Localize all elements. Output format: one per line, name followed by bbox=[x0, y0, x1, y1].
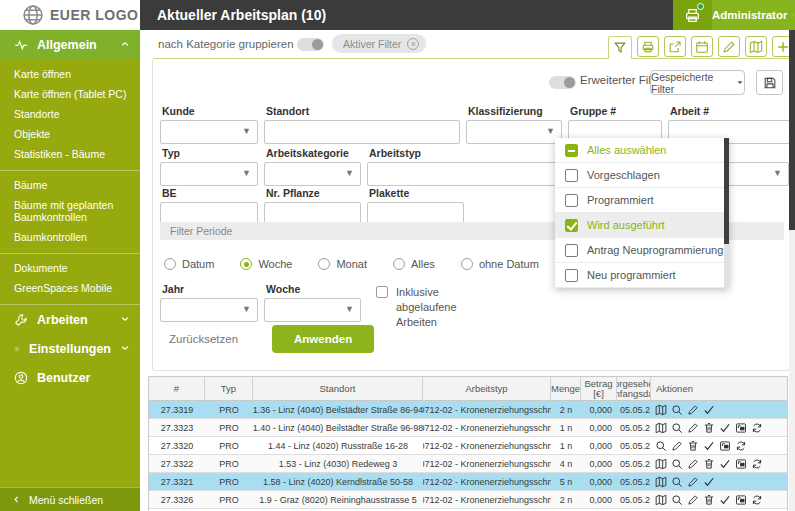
radio-ohne-datum[interactable]: ohne Datum bbox=[461, 258, 539, 270]
sidebar-item-baumkontrollen[interactable]: Baumkontrollen bbox=[0, 227, 140, 247]
sidebar-section-allgemein[interactable]: Allgemein bbox=[0, 30, 140, 60]
edit-icon[interactable] bbox=[687, 404, 699, 416]
edit-icon[interactable] bbox=[687, 494, 699, 506]
map-icon[interactable] bbox=[655, 458, 667, 470]
dropdown-option-programmiert[interactable]: Programmiert bbox=[555, 188, 729, 213]
edit-button[interactable] bbox=[718, 36, 740, 57]
active-filter-chip[interactable]: Aktiver Filter × bbox=[332, 34, 426, 53]
delete-icon[interactable] bbox=[703, 494, 715, 506]
reset-button[interactable]: Zurücksetzen bbox=[169, 333, 238, 345]
window-icon[interactable] bbox=[719, 440, 731, 452]
check-icon[interactable] bbox=[719, 458, 731, 470]
advanced-filter-toggle[interactable] bbox=[549, 76, 576, 89]
woche-select[interactable]: ▼ bbox=[264, 298, 361, 322]
sync-icon[interactable] bbox=[751, 422, 763, 434]
edit-icon[interactable] bbox=[687, 458, 699, 470]
map-icon[interactable] bbox=[655, 476, 667, 488]
sidebar-section-arbeiten[interactable]: Arbeiten bbox=[0, 305, 140, 334]
radio-monat[interactable]: Monat bbox=[318, 258, 367, 270]
window-icon[interactable] bbox=[735, 422, 747, 434]
edit-icon[interactable] bbox=[687, 422, 699, 434]
table-row[interactable]: 27.3326PRO1.9 - Graz (8020) Reininghauss… bbox=[149, 491, 787, 509]
search-icon[interactable] bbox=[671, 458, 683, 470]
radio-button[interactable] bbox=[461, 258, 473, 270]
radio-button[interactable] bbox=[318, 258, 330, 270]
map-button[interactable] bbox=[745, 36, 767, 57]
table-row[interactable]: 27.3321PRO1.58 - Linz (4020) Kerndlstraß… bbox=[149, 473, 787, 491]
radio-button[interactable] bbox=[240, 258, 252, 270]
window-icon[interactable] bbox=[735, 458, 747, 470]
calendar-button[interactable] bbox=[691, 36, 713, 57]
check-icon[interactable] bbox=[703, 440, 715, 452]
remove-filter-icon[interactable]: × bbox=[407, 38, 419, 50]
edit-icon[interactable] bbox=[671, 440, 683, 452]
table-row[interactable]: 27.3323PRO1.40 - Linz (4040) Beilstädter… bbox=[149, 419, 787, 437]
delete-icon[interactable] bbox=[703, 422, 715, 434]
map-icon[interactable] bbox=[655, 422, 667, 434]
kunde-select[interactable]: ▼ bbox=[160, 120, 258, 144]
close-menu-button[interactable]: Menü schließen bbox=[0, 487, 140, 511]
check-icon[interactable] bbox=[703, 476, 715, 488]
sidebar-item-greenspaces-mobile[interactable]: GreenSpaces Mobile bbox=[0, 278, 140, 298]
checkbox-unchecked[interactable] bbox=[565, 269, 578, 282]
standort-input[interactable] bbox=[264, 120, 460, 144]
delete-icon[interactable] bbox=[687, 440, 699, 452]
export-button[interactable] bbox=[664, 36, 686, 57]
jahr-select[interactable]: ▼ bbox=[160, 298, 258, 322]
check-icon[interactable] bbox=[719, 422, 731, 434]
check-icon[interactable] bbox=[719, 494, 731, 506]
sidebar-section-benutzer[interactable]: Benutzer bbox=[0, 363, 140, 392]
sync-icon[interactable] bbox=[751, 458, 763, 470]
klassifizierung-select[interactable]: ▼ bbox=[466, 120, 562, 144]
sidebar-section-einstellungen[interactable]: Einstellungen bbox=[0, 334, 140, 363]
search-icon[interactable] bbox=[671, 422, 683, 434]
apply-button[interactable]: Anwenden bbox=[272, 325, 374, 353]
typ-select[interactable]: ▼ bbox=[160, 162, 258, 186]
sync-icon[interactable] bbox=[735, 440, 747, 452]
search-icon[interactable] bbox=[671, 494, 683, 506]
search-icon[interactable] bbox=[671, 476, 683, 488]
radio-datum[interactable]: Datum bbox=[164, 258, 214, 270]
checkbox-indeterminate[interactable] bbox=[565, 144, 578, 157]
sidebar-item-standorte[interactable]: Standorte bbox=[0, 104, 140, 124]
table-row[interactable]: 27.3319PRO1.36 - Linz (4040) Beilstädter… bbox=[149, 401, 787, 419]
sidebar-item-bäume[interactable]: Bäume bbox=[0, 175, 140, 195]
delete-icon[interactable] bbox=[703, 458, 715, 470]
user-menu-button[interactable]: Administrator bbox=[712, 0, 795, 30]
group-by-category-toggle[interactable] bbox=[297, 38, 324, 51]
search-icon[interactable] bbox=[655, 440, 667, 452]
saved-filters-button[interactable]: Gespeicherte Filter bbox=[650, 70, 745, 95]
print-queue-button[interactable] bbox=[673, 0, 712, 30]
sidebar-item-karte-öffnen[interactable]: Karte öffnen bbox=[0, 64, 140, 84]
print-button[interactable] bbox=[637, 36, 659, 57]
dropdown-option-wird-ausgeführt[interactable]: Wird ausgeführt bbox=[555, 213, 729, 238]
window-icon[interactable] bbox=[735, 494, 747, 506]
save-filter-button[interactable] bbox=[756, 70, 783, 95]
sync-icon[interactable] bbox=[751, 494, 763, 506]
sidebar-item-statistiken-bäume[interactable]: Statistiken - Bäume bbox=[0, 144, 140, 164]
search-icon[interactable] bbox=[671, 404, 683, 416]
checkbox-unchecked[interactable] bbox=[565, 244, 578, 257]
page-scrollbar-thumb[interactable] bbox=[789, 30, 795, 230]
map-icon[interactable] bbox=[655, 494, 667, 506]
checkbox-checked[interactable] bbox=[565, 219, 578, 232]
radio-alles[interactable]: Alles bbox=[393, 258, 435, 270]
dropdown-option-antrag-neuprogrammierung[interactable]: Antrag Neuprogrammierung bbox=[555, 238, 729, 263]
page-scrollbar[interactable] bbox=[789, 30, 795, 511]
dropdown-option-vorgeschlagen[interactable]: Vorgeschlagen bbox=[555, 163, 729, 188]
dropdown-scrollbar-thumb[interactable] bbox=[724, 138, 729, 244]
checkbox-unchecked[interactable] bbox=[565, 194, 578, 207]
checkbox-unchecked[interactable] bbox=[565, 169, 578, 182]
map-icon[interactable] bbox=[655, 404, 667, 416]
include-expired-checkbox[interactable] bbox=[376, 286, 388, 298]
edit-icon[interactable] bbox=[687, 476, 699, 488]
sidebar-item-karte-öffnen-tablet-pc-[interactable]: Karte öffnen (Tablet PC) bbox=[0, 84, 140, 104]
dropdown-option-neu-programmiert[interactable]: Neu programmiert bbox=[555, 263, 729, 288]
table-row[interactable]: 27.3322PRO1.53 - Linz (4030) Redeweg 300… bbox=[149, 455, 787, 473]
dropdown-scrollbar[interactable] bbox=[724, 138, 729, 288]
filter-tab-button[interactable] bbox=[608, 36, 632, 59]
radio-button[interactable] bbox=[393, 258, 405, 270]
arbeitskategorie-select[interactable]: ▼ bbox=[264, 162, 361, 186]
dropdown-option-alles-auswählen[interactable]: Alles auswählen bbox=[555, 138, 729, 163]
sidebar-item-bäume-mit-geplanten-baumkontrollen[interactable]: Bäume mit geplanten Baumkontrollen bbox=[0, 195, 140, 227]
